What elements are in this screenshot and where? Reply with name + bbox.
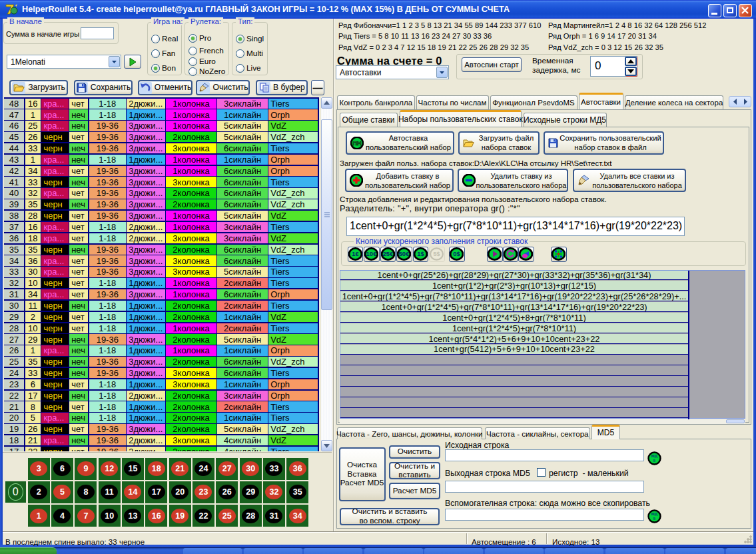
svg-text:МД: МД	[651, 512, 658, 516]
svg-text:1$: 1$	[417, 250, 424, 257]
svg-text:25€: 25€	[382, 250, 394, 257]
svg-text:1€: 1€	[352, 250, 359, 257]
svg-text:МД: МД	[651, 454, 658, 458]
svg-text:5$: 5$	[434, 251, 440, 257]
svg-text:0$: 0$	[453, 250, 460, 257]
svg-text:50€: 50€	[399, 250, 410, 257]
svg-text:10€: 10€	[366, 250, 378, 257]
svg-text:ПН: ПН	[353, 140, 362, 147]
